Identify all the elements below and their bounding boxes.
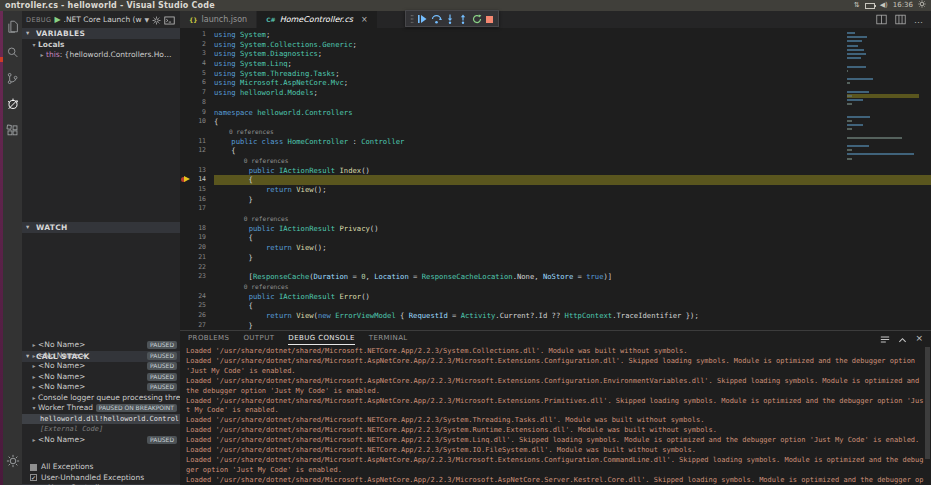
minimap[interactable]: [847, 31, 919, 165]
thread-status-badge: PAUSED: [147, 373, 177, 381]
code-lines: 1using System;2using System.Collections.…: [180, 30, 931, 330]
call-stack-thread[interactable]: ▸Console logger queue processing threadP…: [22, 393, 180, 404]
thread-status-badge: PAUSED: [147, 352, 177, 360]
power-icon[interactable]: [918, 0, 926, 12]
thread-status-badge: PAUSED: [147, 341, 177, 349]
close-panel-icon[interactable]: ×: [915, 333, 923, 343]
codelens-row: 0 references: [180, 282, 931, 292]
breakpoint-checkbox[interactable]: ✓: [30, 474, 37, 481]
call-stack-thread[interactable]: ▸<No Name>PAUSED: [22, 435, 180, 446]
panel-tab-terminal[interactable]: TERMINAL: [369, 332, 408, 344]
codelens-references[interactable]: 0 references: [244, 215, 289, 222]
console-line: Loaded '/usr/share/dotnet/shared/Microso…: [186, 456, 925, 476]
codelens-references[interactable]: 0 references: [244, 283, 289, 290]
debug-console-toggle-icon[interactable]: [164, 11, 175, 29]
code-line: 23 [ResponseCache(Duration = 0, Location…: [180, 272, 931, 282]
network-icon[interactable]: ⇅: [854, 0, 860, 11]
call-stack-thread[interactable]: ▸<No Name>PAUSED: [22, 382, 180, 393]
panel-tab-problems[interactable]: PROBLEMS: [188, 332, 229, 344]
launch-config-select[interactable]: .NET Core Launch (w: [64, 15, 142, 24]
console-line: Loaded '/usr/share/dotnet/shared/Microso…: [186, 446, 925, 456]
codelens-row: 0 references: [180, 127, 931, 137]
breakpoint-item[interactable]: All Exceptions: [22, 462, 180, 473]
codelens-references[interactable]: 0 references: [244, 157, 289, 164]
debug-launch-bar: DEBUG ▶ .NET Core Launch (w ▼: [22, 11, 180, 28]
debug-icon[interactable]: [3, 94, 22, 114]
open-changes-icon[interactable]: [895, 10, 906, 29]
call-stack-thread[interactable]: ▸<No Name>PAUSED: [22, 372, 180, 383]
source-control-icon[interactable]: [3, 68, 22, 88]
code-line: 18 public IActionResult Privacy(): [180, 224, 931, 234]
battery-icon[interactable]: [865, 3, 875, 9]
debug-console-output[interactable]: Loaded '/usr/share/dotnet/shared/Microso…: [180, 345, 931, 485]
code-line: 21 }: [180, 253, 931, 263]
panel-actions: ×: [880, 329, 931, 348]
codelens-references[interactable]: 0 references: [229, 128, 274, 135]
thread-status-badge: PAUSED: [147, 383, 177, 391]
explorer-icon[interactable]: [3, 16, 22, 36]
stop-button[interactable]: [485, 9, 494, 28]
step-out-button[interactable]: [458, 9, 468, 28]
code-line: 9namespace helloworld.Controllers: [180, 108, 931, 118]
split-editor-icon[interactable]: [876, 10, 887, 29]
breakpoint-item[interactable]: ✓User-Unhandled Exceptions: [22, 473, 180, 484]
step-over-button[interactable]: [431, 9, 442, 28]
panel-scrollbar[interactable]: [925, 347, 930, 459]
panel-tab-output[interactable]: OUTPUT: [243, 332, 274, 344]
code-line: 5using System.Threading.Tasks;: [180, 69, 931, 79]
more-actions-icon[interactable]: …: [914, 17, 923, 23]
watch-section-header[interactable]: ▾WATCH: [22, 222, 180, 233]
restart-button[interactable]: [472, 9, 482, 28]
codelens-row: 0 references: [180, 214, 931, 224]
call-stack-thread[interactable]: ▸<No Name>PAUSED: [22, 340, 180, 351]
extensions-icon[interactable]: [3, 120, 22, 140]
code-line: 7using helloworld.Models;: [180, 88, 931, 98]
code-line: 17: [180, 204, 931, 214]
continue-button[interactable]: [417, 9, 427, 28]
editor-actions: …: [876, 11, 931, 28]
configure-gear-icon[interactable]: [152, 11, 161, 29]
panel-tab-debug-console[interactable]: DEBUG CONSOLE: [288, 332, 355, 345]
stack-frame-external[interactable]: [External Code]: [22, 424, 180, 435]
console-line: Loaded '/usr/share/dotnet/shared/Microso…: [186, 377, 925, 397]
window-title: ontroller.cs - helloworld - Visual Studi…: [5, 0, 215, 11]
code-editor[interactable]: 1using System;2using System.Collections.…: [180, 28, 931, 330]
bottom-panel: PROBLEMSOUTPUTDEBUG CONSOLETERMINAL × Lo…: [180, 330, 931, 485]
code-line: 4using System.Linq;: [180, 59, 931, 69]
console-line: Loaded '/usr/share/dotnet/shared/Microso…: [186, 416, 925, 426]
variables-group-locals[interactable]: ▾ Locals: [22, 40, 180, 51]
code-line: 12 {: [180, 146, 931, 156]
search-icon[interactable]: [3, 42, 22, 62]
code-line: 24 public IActionResult Error(): [180, 292, 931, 302]
tab-homecontroller-cs[interactable]: C# HomeController.cs ×: [257, 11, 377, 28]
json-file-icon: {}: [189, 16, 198, 23]
tab-launch-json[interactable]: {} launch.json: [180, 11, 257, 28]
code-line: 10{: [180, 117, 931, 127]
variable-this[interactable]: ▸ this : {helloworld.Controllers.Ho…: [22, 50, 180, 61]
code-line: 25 {: [180, 301, 931, 311]
call-stack-list: ▸<No Name>PAUSED▸<No Name>PAUSED▸<No Nam…: [22, 340, 180, 445]
minimap-line: [847, 157, 919, 161]
start-debug-button[interactable]: ▶: [54, 16, 60, 24]
code-line: 1using System;: [180, 30, 931, 40]
maximize-panel-icon[interactable]: [898, 329, 907, 348]
chevron-down-icon: ▼: [145, 16, 150, 23]
call-stack-thread[interactable]: ▾Worker ThreadPAUSED ON BREAKPOINT: [22, 403, 180, 414]
step-into-button[interactable]: [445, 9, 455, 28]
stack-frame-selected[interactable]: helloworld.dll!helloworld.Control: [22, 414, 180, 425]
console-line: Loaded '/usr/share/dotnet/shared/Microso…: [186, 357, 925, 377]
code-line: 27 }: [180, 321, 931, 330]
breakpoint-checkbox[interactable]: [30, 464, 37, 471]
code-line: 13 public IActionResult Index(): [180, 166, 931, 176]
output-actions-icon[interactable]: [880, 329, 890, 348]
manage-gear-icon[interactable]: [3, 451, 22, 471]
close-tab-icon[interactable]: ×: [361, 15, 368, 24]
drag-handle-icon[interactable]: [410, 9, 414, 28]
code-line: 22: [180, 263, 931, 273]
code-line: 14 {: [180, 175, 931, 185]
code-line: 20 return View();: [180, 243, 931, 253]
call-stack-thread[interactable]: ▸<No Name>PAUSED: [22, 351, 180, 362]
variables-section-header[interactable]: ▾VARIABLES: [22, 28, 180, 39]
call-stack-thread[interactable]: ▸<No Name>PAUSED: [22, 361, 180, 372]
code-line: 15 return View();: [180, 185, 931, 195]
